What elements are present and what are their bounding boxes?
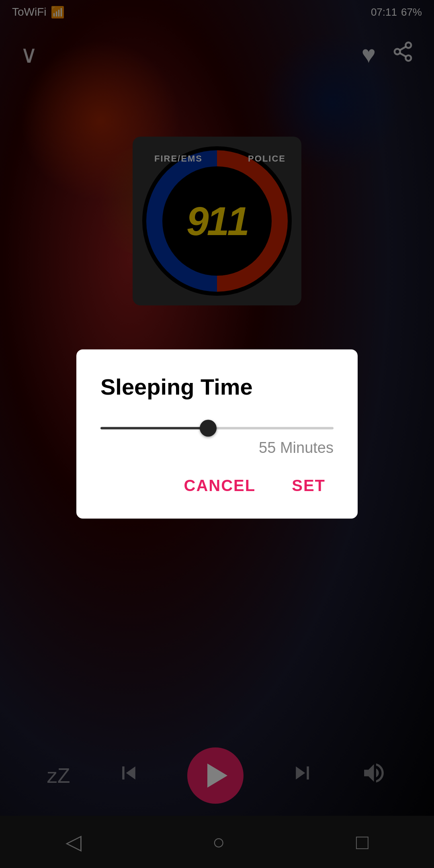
slider-container: [100, 424, 334, 431]
set-button[interactable]: SET: [284, 473, 334, 499]
slider-value-label: 55 Minutes: [100, 439, 334, 457]
sleep-timer-slider[interactable]: [100, 427, 334, 430]
cancel-button[interactable]: CANCEL: [176, 473, 264, 499]
dialog-buttons: CANCEL SET: [100, 473, 334, 499]
sleeping-time-dialog: Sleeping Time 55 Minutes CANCEL SET: [76, 350, 358, 519]
dialog-title: Sleeping Time: [100, 374, 334, 400]
